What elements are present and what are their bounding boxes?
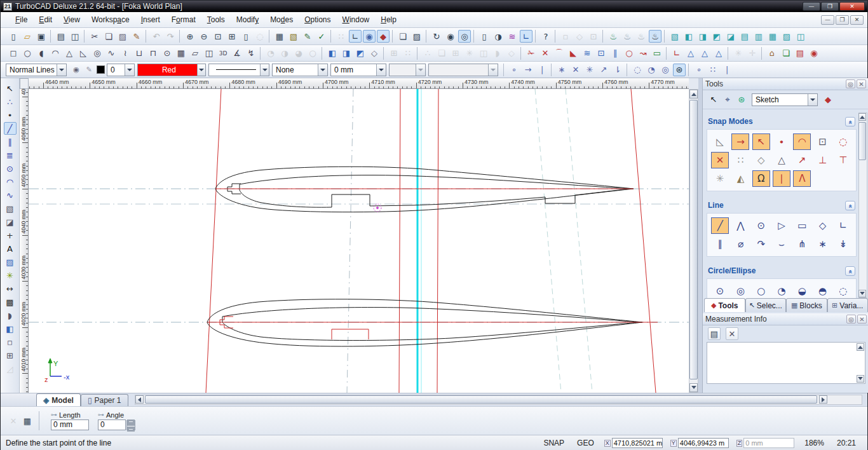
pin-icon[interactable]: ◎ bbox=[846, 315, 856, 324]
cone-3d-icon[interactable]: △ bbox=[63, 47, 76, 60]
trim-icon[interactable]: ✁ bbox=[525, 47, 538, 60]
copy-icon[interactable]: ❏ bbox=[102, 30, 115, 43]
line-tangent-two-icon[interactable]: ⌣ bbox=[773, 236, 790, 252]
panel-world-icon[interactable]: ⊛ bbox=[735, 93, 748, 106]
collapse-chevron-icon[interactable]: « bbox=[845, 117, 855, 126]
snap-face-icon[interactable]: △ bbox=[773, 152, 790, 168]
snap-arc-center-icon[interactable]: ◠ bbox=[793, 133, 811, 150]
mdi-restore-icon[interactable]: ❐ bbox=[836, 15, 849, 25]
view-iso-icon[interactable]: ▧ bbox=[668, 30, 681, 43]
line-single-icon[interactable]: ╱ bbox=[711, 217, 729, 234]
multiline-tool-icon[interactable]: ≣ bbox=[4, 149, 17, 161]
menu-view[interactable]: View bbox=[58, 13, 86, 26]
scroll-up-button[interactable] bbox=[858, 113, 866, 121]
spline-tool-icon[interactable]: ∿ bbox=[4, 189, 17, 201]
snap-coordinate-icon[interactable]: → bbox=[731, 133, 749, 150]
osnap-ortho-icon[interactable]: ∣ bbox=[721, 64, 733, 76]
meet-two-lines-icon[interactable]: ✕ bbox=[539, 47, 552, 60]
menu-format[interactable]: Format bbox=[166, 13, 201, 26]
snap-grid-icon[interactable]: ∷ bbox=[731, 152, 749, 168]
move-tool-icon[interactable]: + bbox=[4, 229, 17, 242]
vertical-scroll-thumb[interactable] bbox=[689, 100, 698, 379]
cut-icon[interactable]: ✂ bbox=[88, 30, 101, 43]
line-branch-icon[interactable]: ↡ bbox=[834, 236, 852, 252]
snap-perpendicular-2-icon[interactable]: ⊤ bbox=[834, 152, 852, 168]
palette-scrollbar[interactable] bbox=[858, 112, 867, 298]
array-copy-tool-icon[interactable]: ⊞ bbox=[4, 349, 17, 362]
line-rotated-rect-icon[interactable]: ◇ bbox=[814, 217, 832, 234]
align-one-icon[interactable]: △ bbox=[684, 47, 697, 60]
geo-toggle[interactable]: GEO bbox=[571, 439, 600, 447]
mesh-3d-icon[interactable]: ▦ bbox=[175, 47, 187, 60]
ghost-render-icon[interactable]: ◉ bbox=[363, 30, 376, 43]
align-three-icon[interactable]: △ bbox=[712, 47, 725, 60]
align-two-icon[interactable]: △ bbox=[698, 47, 711, 60]
workspace-mode-combo[interactable]: Sketch bbox=[752, 93, 818, 106]
view-ne-icon[interactable]: ▦ bbox=[766, 30, 779, 43]
osnap-tangent-icon[interactable]: ↗ bbox=[597, 64, 610, 76]
menu-help[interactable]: Help bbox=[375, 13, 402, 26]
menu-file[interactable]: File bbox=[10, 13, 33, 26]
vertical-scroll-thumb[interactable] bbox=[858, 122, 866, 160]
hatch-tool-icon[interactable]: ▩ bbox=[4, 296, 17, 308]
insert-image-tool-icon[interactable]: ▨ bbox=[4, 256, 17, 268]
snap-apparent-int-icon[interactable]: Λ bbox=[793, 170, 811, 187]
menu-options[interactable]: Options bbox=[299, 13, 336, 26]
smooth-mesh-icon[interactable]: ◇ bbox=[368, 47, 381, 60]
line-width-combo[interactable]: 0 mm bbox=[330, 64, 386, 76]
panel-pointer-icon[interactable]: ↖ bbox=[707, 93, 720, 106]
osnap-midpoint-icon[interactable]: ∗ bbox=[555, 64, 568, 76]
snap-vertical-trace-icon[interactable]: ∣ bbox=[773, 170, 790, 187]
menu-window[interactable]: Window bbox=[337, 13, 376, 26]
double-line-tool-icon[interactable]: ∥ bbox=[4, 135, 17, 148]
wireframe-sphere-icon[interactable]: ◎ bbox=[458, 30, 471, 43]
tab-paper-1[interactable]: ▯Paper 1 bbox=[81, 394, 128, 406]
vase-3d-icon[interactable]: ⊔ bbox=[133, 47, 146, 60]
osnap-point-icon[interactable]: → bbox=[522, 64, 534, 76]
rotate-30-icon[interactable]: ∡ bbox=[231, 47, 243, 60]
panel-pick-point-icon[interactable]: ⌖ bbox=[721, 93, 734, 106]
mdi-close-icon[interactable]: ✕ bbox=[850, 15, 864, 25]
osnap-quadrant-icon[interactable]: ◔ bbox=[645, 64, 658, 76]
x-coordinate-field[interactable]: 4710,825021 m bbox=[612, 438, 663, 448]
view-right-icon[interactable]: ◪ bbox=[724, 30, 737, 43]
measure-clear-icon[interactable]: ✕ bbox=[726, 327, 738, 340]
disc-3d-icon[interactable]: ⊙ bbox=[161, 47, 173, 60]
scroll-right-button[interactable] bbox=[819, 395, 827, 404]
coil-3d-icon[interactable]: ≀ bbox=[119, 47, 132, 60]
collapse-chevron-icon[interactable]: « bbox=[845, 266, 855, 276]
snap-divide-icon[interactable]: ✳ bbox=[711, 170, 729, 187]
slab-3d-icon[interactable]: ◫ bbox=[203, 47, 215, 60]
extrude-tool-icon[interactable]: ◪ bbox=[4, 215, 17, 228]
plane-3d-icon[interactable]: ▱ bbox=[189, 47, 201, 60]
view-front-icon[interactable]: ◧ bbox=[682, 30, 695, 43]
wedge-3d-icon[interactable]: ◺ bbox=[77, 47, 90, 60]
print-icon[interactable]: ▤ bbox=[55, 30, 67, 43]
text-tool-icon[interactable]: A bbox=[4, 242, 17, 255]
new-view-icon[interactable]: ▯ bbox=[478, 30, 491, 43]
canvas-vertical-scrollbar[interactable] bbox=[689, 89, 698, 393]
zoom-page-icon[interactable]: ▯ bbox=[240, 30, 252, 43]
pen-style-icon[interactable]: ✎ bbox=[83, 64, 95, 76]
restore-icon[interactable]: ❐ bbox=[821, 2, 839, 11]
line-perp-arc-icon[interactable]: ⋔ bbox=[793, 236, 811, 252]
osnap-apparent-icon[interactable]: ✳ bbox=[583, 64, 596, 76]
shell-tool-icon[interactable]: ◗ bbox=[4, 309, 17, 322]
snap-midpoint-icon[interactable]: ∙ bbox=[773, 133, 790, 150]
insert-object-icon[interactable]: ▧ bbox=[287, 30, 300, 43]
color-lines-icon[interactable]: ≋ bbox=[506, 30, 519, 43]
circle-tangent-mod-icon[interactable]: ○ bbox=[623, 47, 635, 60]
horizontal-scroll-thumb[interactable] bbox=[145, 395, 817, 404]
arc-direction-icon[interactable]: ↝ bbox=[637, 47, 649, 60]
scroll-up-button[interactable] bbox=[689, 90, 698, 99]
arc-tool-icon[interactable]: ◠ bbox=[4, 175, 17, 188]
scroll-up-button[interactable] bbox=[857, 343, 864, 351]
osnap-nearest-icon[interactable]: ∘ bbox=[693, 64, 705, 76]
render-full-teapot-icon[interactable]: ♨ bbox=[649, 30, 661, 43]
circle-concentric-icon[interactable]: ◎ bbox=[731, 283, 749, 299]
pin-icon[interactable]: ◎ bbox=[846, 79, 855, 88]
circle-center-radius-icon[interactable]: ⊙ bbox=[711, 283, 729, 299]
insert-file-icon[interactable]: ▦ bbox=[273, 30, 286, 43]
camera-icon[interactable]: ◉ bbox=[444, 30, 457, 43]
line-parallel-icon[interactable]: ∥ bbox=[711, 236, 729, 252]
